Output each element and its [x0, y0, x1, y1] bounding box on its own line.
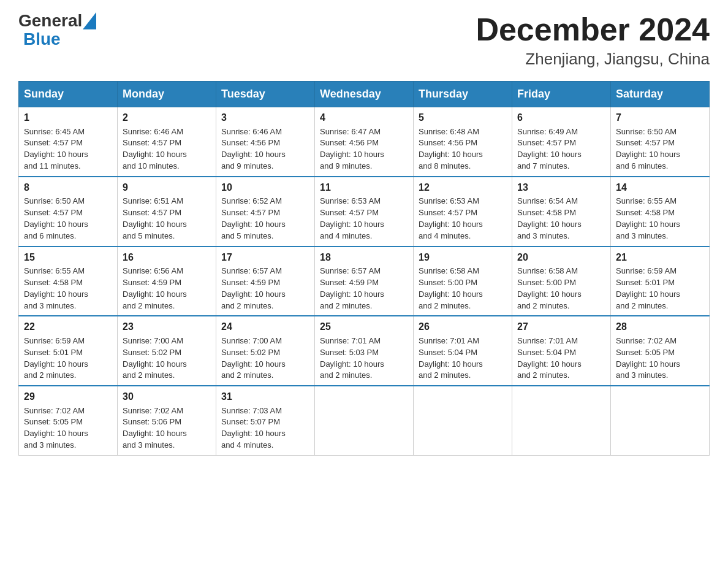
day-info: Sunrise: 6:49 AM Sunset: 4:57 PM Dayligh… — [517, 126, 605, 172]
day-number: 3 — [221, 111, 309, 124]
day-info: Sunrise: 6:59 AM Sunset: 5:01 PM Dayligh… — [24, 335, 112, 381]
day-info: Sunrise: 6:55 AM Sunset: 4:58 PM Dayligh… — [616, 196, 704, 242]
calendar-cell-11: 11Sunrise: 6:53 AM Sunset: 4:57 PM Dayli… — [315, 177, 414, 247]
day-info: Sunrise: 6:57 AM Sunset: 4:59 PM Dayligh… — [320, 266, 408, 312]
day-info: Sunrise: 6:50 AM Sunset: 4:57 PM Dayligh… — [616, 126, 704, 172]
calendar-cell-5: 5Sunrise: 6:48 AM Sunset: 4:56 PM Daylig… — [414, 107, 512, 177]
logo-icon — [83, 12, 96, 29]
calendar-cell-17: 17Sunrise: 6:57 AM Sunset: 4:59 PM Dayli… — [216, 247, 315, 316]
calendar-cell-25: 25Sunrise: 7:01 AM Sunset: 5:03 PM Dayli… — [315, 316, 414, 386]
calendar-cell-20: 20Sunrise: 6:58 AM Sunset: 5:00 PM Dayli… — [512, 247, 611, 316]
calendar-cell-34 — [512, 386, 611, 455]
calendar-cell-10: 10Sunrise: 6:52 AM Sunset: 4:57 PM Dayli… — [216, 177, 315, 247]
weekday-header-saturday: Saturday — [611, 82, 710, 107]
weekday-header-thursday: Thursday — [414, 82, 512, 107]
day-number: 31 — [221, 390, 309, 404]
calendar-cell-1: 1Sunrise: 6:45 AM Sunset: 4:57 PM Daylig… — [19, 107, 118, 177]
month-title: December 2024 — [476, 12, 710, 47]
calendar-cell-29: 29Sunrise: 7:02 AM Sunset: 5:05 PM Dayli… — [19, 386, 118, 455]
day-number: 29 — [24, 390, 112, 404]
calendar-cell-9: 9Sunrise: 6:51 AM Sunset: 4:57 PM Daylig… — [118, 177, 216, 247]
calendar-cell-7: 7Sunrise: 6:50 AM Sunset: 4:57 PM Daylig… — [611, 107, 710, 177]
calendar-cell-18: 18Sunrise: 6:57 AM Sunset: 4:59 PM Dayli… — [315, 247, 414, 316]
day-number: 26 — [419, 320, 507, 334]
day-info: Sunrise: 6:46 AM Sunset: 4:57 PM Dayligh… — [123, 126, 211, 172]
weekday-header-friday: Friday — [512, 82, 611, 107]
weekday-header-monday: Monday — [118, 82, 216, 107]
day-number: 8 — [24, 181, 112, 194]
calendar-cell-24: 24Sunrise: 7:00 AM Sunset: 5:02 PM Dayli… — [216, 316, 315, 386]
calendar-cell-32 — [315, 386, 414, 455]
day-info: Sunrise: 6:54 AM Sunset: 4:58 PM Dayligh… — [517, 196, 605, 242]
day-info: Sunrise: 6:59 AM Sunset: 5:01 PM Dayligh… — [616, 266, 704, 312]
calendar-cell-33 — [414, 386, 512, 455]
day-info: Sunrise: 6:57 AM Sunset: 4:59 PM Dayligh… — [221, 266, 309, 312]
logo-area: General Blue — [18, 12, 97, 49]
day-number: 30 — [123, 390, 211, 404]
day-info: Sunrise: 6:56 AM Sunset: 4:59 PM Dayligh… — [123, 266, 211, 312]
title-area: December 2024 Zhenjiang, Jiangsu, China — [476, 12, 710, 69]
day-info: Sunrise: 7:00 AM Sunset: 5:02 PM Dayligh… — [221, 335, 309, 381]
calendar-cell-16: 16Sunrise: 6:56 AM Sunset: 4:59 PM Dayli… — [118, 247, 216, 316]
day-number: 17 — [221, 251, 309, 264]
calendar-cell-6: 6Sunrise: 6:49 AM Sunset: 4:57 PM Daylig… — [512, 107, 611, 177]
day-number: 22 — [24, 320, 112, 334]
weekday-header-wednesday: Wednesday — [315, 82, 414, 107]
day-number: 7 — [616, 111, 704, 124]
day-number: 12 — [419, 181, 507, 194]
day-info: Sunrise: 7:01 AM Sunset: 5:04 PM Dayligh… — [517, 335, 605, 381]
day-number: 10 — [221, 181, 309, 194]
day-info: Sunrise: 6:52 AM Sunset: 4:57 PM Dayligh… — [221, 196, 309, 242]
calendar-cell-13: 13Sunrise: 6:54 AM Sunset: 4:58 PM Dayli… — [512, 177, 611, 247]
calendar-cell-22: 22Sunrise: 6:59 AM Sunset: 5:01 PM Dayli… — [19, 316, 118, 386]
day-info: Sunrise: 6:58 AM Sunset: 5:00 PM Dayligh… — [419, 266, 507, 312]
day-info: Sunrise: 6:53 AM Sunset: 4:57 PM Dayligh… — [320, 196, 408, 242]
day-number: 21 — [616, 251, 704, 264]
calendar-cell-23: 23Sunrise: 7:00 AM Sunset: 5:02 PM Dayli… — [118, 316, 216, 386]
calendar-cell-14: 14Sunrise: 6:55 AM Sunset: 4:58 PM Dayli… — [611, 177, 710, 247]
calendar-cell-4: 4Sunrise: 6:47 AM Sunset: 4:56 PM Daylig… — [315, 107, 414, 177]
day-number: 14 — [616, 181, 704, 194]
day-info: Sunrise: 6:45 AM Sunset: 4:57 PM Dayligh… — [24, 126, 112, 172]
day-info: Sunrise: 7:02 AM Sunset: 5:06 PM Dayligh… — [123, 405, 211, 451]
day-info: Sunrise: 6:58 AM Sunset: 5:00 PM Dayligh… — [517, 266, 605, 312]
day-info: Sunrise: 7:00 AM Sunset: 5:02 PM Dayligh… — [123, 335, 211, 381]
day-info: Sunrise: 6:47 AM Sunset: 4:56 PM Dayligh… — [320, 126, 408, 172]
calendar-cell-3: 3Sunrise: 6:46 AM Sunset: 4:56 PM Daylig… — [216, 107, 315, 177]
calendar-cell-31: 31Sunrise: 7:03 AM Sunset: 5:07 PM Dayli… — [216, 386, 315, 455]
day-info: Sunrise: 7:01 AM Sunset: 5:03 PM Dayligh… — [320, 335, 408, 381]
calendar-cell-21: 21Sunrise: 6:59 AM Sunset: 5:01 PM Dayli… — [611, 247, 710, 316]
calendar-cell-30: 30Sunrise: 7:02 AM Sunset: 5:06 PM Dayli… — [118, 386, 216, 455]
day-number: 20 — [517, 251, 605, 264]
calendar-cell-28: 28Sunrise: 7:02 AM Sunset: 5:05 PM Dayli… — [611, 316, 710, 386]
calendar-cell-19: 19Sunrise: 6:58 AM Sunset: 5:00 PM Dayli… — [414, 247, 512, 316]
day-info: Sunrise: 6:55 AM Sunset: 4:58 PM Dayligh… — [24, 266, 112, 312]
calendar-cell-26: 26Sunrise: 7:01 AM Sunset: 5:04 PM Dayli… — [414, 316, 512, 386]
week-row-5: 29Sunrise: 7:02 AM Sunset: 5:05 PM Dayli… — [19, 386, 710, 455]
day-info: Sunrise: 6:46 AM Sunset: 4:56 PM Dayligh… — [221, 126, 309, 172]
day-number: 4 — [320, 111, 408, 124]
day-number: 25 — [320, 320, 408, 334]
calendar-cell-15: 15Sunrise: 6:55 AM Sunset: 4:58 PM Dayli… — [19, 247, 118, 316]
calendar-cell-8: 8Sunrise: 6:50 AM Sunset: 4:57 PM Daylig… — [19, 177, 118, 247]
day-number: 16 — [123, 251, 211, 264]
weekday-header-sunday: Sunday — [19, 82, 118, 107]
calendar-cell-27: 27Sunrise: 7:01 AM Sunset: 5:04 PM Dayli… — [512, 316, 611, 386]
day-info: Sunrise: 6:53 AM Sunset: 4:57 PM Dayligh… — [419, 196, 507, 242]
day-number: 27 — [517, 320, 605, 334]
week-row-4: 22Sunrise: 6:59 AM Sunset: 5:01 PM Dayli… — [19, 316, 710, 386]
day-number: 11 — [320, 181, 408, 194]
calendar-cell-12: 12Sunrise: 6:53 AM Sunset: 4:57 PM Dayli… — [414, 177, 512, 247]
weekday-header-row: SundayMondayTuesdayWednesdayThursdayFrid… — [19, 82, 710, 107]
calendar-cell-35 — [611, 386, 710, 455]
day-number: 1 — [24, 111, 112, 124]
weekday-header-tuesday: Tuesday — [216, 82, 315, 107]
day-info: Sunrise: 7:02 AM Sunset: 5:05 PM Dayligh… — [616, 335, 704, 381]
day-number: 6 — [517, 111, 605, 124]
day-number: 18 — [320, 251, 408, 264]
location-title: Zhenjiang, Jiangsu, China — [476, 50, 710, 69]
logo-blue-text: Blue — [23, 29, 61, 48]
day-number: 13 — [517, 181, 605, 194]
logo: General — [18, 12, 97, 29]
day-number: 15 — [24, 251, 112, 264]
